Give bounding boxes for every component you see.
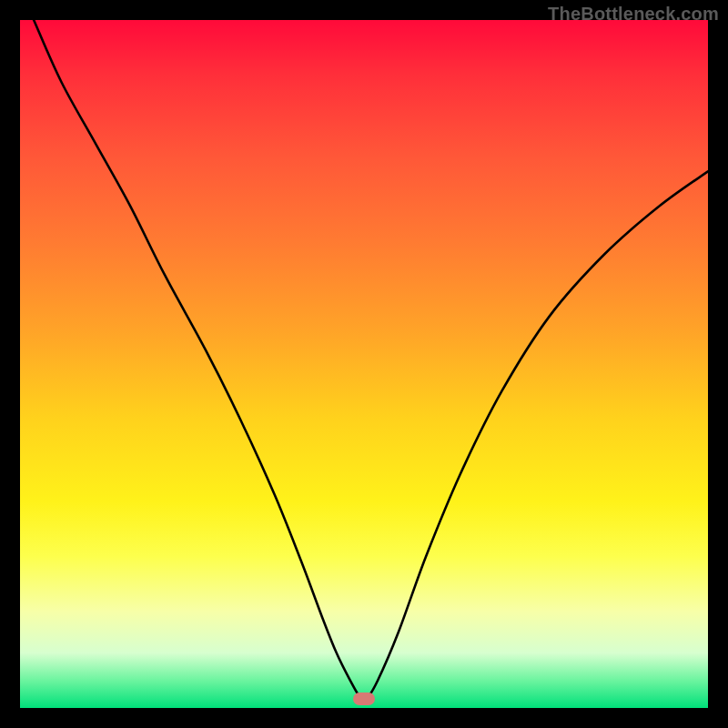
chart-root: TheBottleneck.com: [0, 0, 728, 728]
watermark-text: TheBottleneck.com: [548, 4, 719, 25]
plot-area: [20, 20, 708, 708]
bottleneck-curve: [20, 20, 708, 708]
min-marker: [353, 693, 375, 705]
